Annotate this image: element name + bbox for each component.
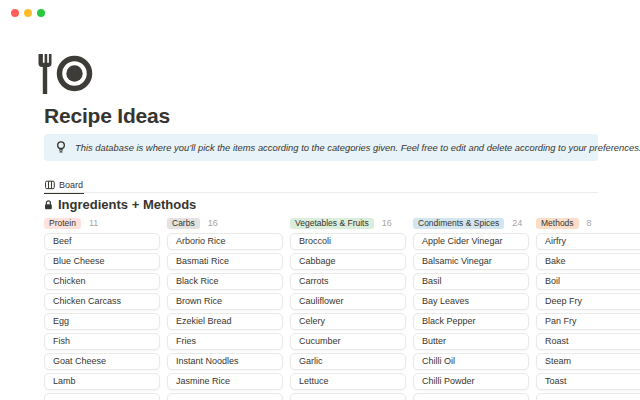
column-tag[interactable]: Protein	[44, 218, 81, 229]
database-title: Ingredients + Methods	[58, 197, 196, 212]
titlebar	[0, 0, 640, 28]
board-column: Vegetables & Fruits16BroccoliCabbageCarr…	[290, 216, 406, 400]
column-count: 8	[587, 218, 592, 228]
board-card[interactable]: Airfry	[536, 233, 640, 250]
column-tag[interactable]: Vegetables & Fruits	[290, 218, 374, 229]
callout: This database is where you’ll pick the i…	[44, 134, 598, 161]
board-card[interactable]: Ezekiel Bread	[167, 313, 283, 330]
board-card[interactable]: Broccoli	[290, 233, 406, 250]
board-card[interactable]: Celery	[290, 313, 406, 330]
board-card[interactable]: Cucumber	[290, 333, 406, 350]
board-card[interactable]: Deep Fry	[536, 293, 640, 310]
column-tag[interactable]: Condiments & Spices	[413, 218, 504, 229]
board-card[interactable]: Balsamic Vinegar	[413, 253, 529, 270]
board-card[interactable]: Basmati Rice	[167, 253, 283, 270]
column-count: 11	[89, 218, 98, 228]
board-card[interactable]: Chilli Powder	[413, 373, 529, 390]
column-header: Methods8	[536, 216, 640, 230]
callout-text: This database is where you’ll pick the i…	[75, 142, 640, 153]
fork-plate-icon	[38, 54, 93, 94]
board-card[interactable]: Bake	[536, 253, 640, 270]
board-card-partial[interactable]	[44, 393, 160, 400]
board-card[interactable]: Brown Rice	[167, 293, 283, 310]
board-card[interactable]: Basil	[413, 273, 529, 290]
board-card[interactable]: Garlic	[290, 353, 406, 370]
board-card-partial[interactable]	[536, 393, 640, 400]
lightbulb-icon	[56, 141, 66, 154]
minimize-button[interactable]	[24, 9, 32, 17]
board-card[interactable]: Toast	[536, 373, 640, 390]
board-card[interactable]: Bay Leaves	[413, 293, 529, 310]
board-card[interactable]: Arborio Rice	[167, 233, 283, 250]
tab-board[interactable]: Board	[44, 177, 84, 194]
board-card[interactable]: Fries	[167, 333, 283, 350]
board-card[interactable]: Beef	[44, 233, 160, 250]
board-card[interactable]: Cauliflower	[290, 293, 406, 310]
board: Protein11BeefBlue CheeseChickenChicken C…	[44, 216, 640, 400]
column-header: Vegetables & Fruits16	[290, 216, 406, 230]
board-card[interactable]: Lamb	[44, 373, 160, 390]
column-count: 24	[512, 218, 522, 228]
column-header: Carbs16	[167, 216, 283, 230]
board-card[interactable]: Roast	[536, 333, 640, 350]
board-card[interactable]: Cabbage	[290, 253, 406, 270]
board-card[interactable]: Goat Cheese	[44, 353, 160, 370]
board-card[interactable]: Pan Fry	[536, 313, 640, 330]
column-tag[interactable]: Methods	[536, 218, 579, 229]
kanban-board-icon	[45, 180, 55, 190]
board-column: Carbs16Arborio RiceBasmati RiceBlack Ric…	[167, 216, 283, 400]
board-card[interactable]: Butter	[413, 333, 529, 350]
column-header: Condiments & Spices24	[413, 216, 529, 230]
page-title: Recipe Ideas	[44, 104, 170, 128]
board-column: Protein11BeefBlue CheeseChickenChicken C…	[44, 216, 160, 400]
database-title-row[interactable]: Ingredients + Methods	[44, 197, 196, 212]
board-card[interactable]: Fish	[44, 333, 160, 350]
close-button[interactable]	[11, 9, 19, 17]
board-card[interactable]: Chilli Oil	[413, 353, 529, 370]
page-icon[interactable]	[38, 54, 93, 94]
board-card[interactable]: Lettuce	[290, 373, 406, 390]
column-header: Protein11	[44, 216, 160, 230]
board-card[interactable]: Black Rice	[167, 273, 283, 290]
board-card[interactable]: Egg	[44, 313, 160, 330]
board-card[interactable]: Apple Cider Vinegar	[413, 233, 529, 250]
maximize-button[interactable]	[37, 9, 45, 17]
view-tabs: Board	[44, 176, 598, 193]
board-card[interactable]: Chicken Carcass	[44, 293, 160, 310]
column-tag[interactable]: Carbs	[167, 218, 200, 229]
board-card[interactable]: Carrots	[290, 273, 406, 290]
board-card[interactable]: Chicken	[44, 273, 160, 290]
column-count: 16	[208, 218, 218, 228]
board-column: Condiments & Spices24Apple Cider Vinegar…	[413, 216, 529, 400]
board-card[interactable]: Steam	[536, 353, 640, 370]
lock-icon	[44, 200, 53, 210]
board-card-partial[interactable]	[167, 393, 283, 400]
board-card[interactable]: Jasmine Rice	[167, 373, 283, 390]
board-card[interactable]: Blue Cheese	[44, 253, 160, 270]
board-card-partial[interactable]	[413, 393, 529, 400]
board-card[interactable]: Instant Noodles	[167, 353, 283, 370]
tab-label: Board	[59, 180, 83, 190]
board-card-partial[interactable]	[290, 393, 406, 400]
column-count: 16	[382, 218, 392, 228]
board-card[interactable]: Black Pepper	[413, 313, 529, 330]
board-column: Methods8AirfryBakeBoilDeep FryPan FryRoa…	[536, 216, 640, 400]
board-card[interactable]: Boil	[536, 273, 640, 290]
